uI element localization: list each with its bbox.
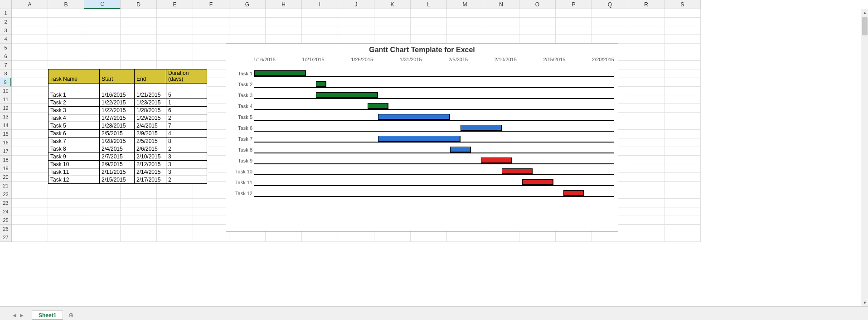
- vscroll-thumb[interactable]: [862, 17, 868, 35]
- col-header-R[interactable]: R: [628, 0, 664, 9]
- cell-dur[interactable]: 3: [166, 168, 207, 176]
- row-header-15[interactable]: 15: [0, 130, 11, 138]
- row-header-11[interactable]: 11: [0, 95, 11, 104]
- cell-end[interactable]: 1/23/2015: [135, 99, 166, 107]
- cell-task[interactable]: Task 11: [48, 168, 100, 176]
- cell-end[interactable]: 2/4/2015: [135, 122, 166, 130]
- sheet-tab-active[interactable]: Sheet1: [32, 310, 63, 320]
- cell-start[interactable]: 2/11/2015: [100, 168, 135, 176]
- row-header-16[interactable]: 16: [0, 138, 11, 147]
- gantt-chart[interactable]: Gantt Chart Template for Excel 1/16/2015…: [226, 44, 618, 231]
- row-header-8[interactable]: 8: [0, 69, 11, 78]
- cell-start[interactable]: 1/22/2015: [100, 107, 135, 114]
- col-header-A[interactable]: A: [12, 0, 48, 9]
- cell-task[interactable]: Task 4: [48, 114, 100, 122]
- cell-end[interactable]: 2/14/2015: [135, 168, 166, 176]
- cell-end[interactable]: 1/21/2015: [135, 91, 166, 99]
- row-header-7[interactable]: 7: [0, 61, 11, 69]
- cell-start[interactable]: 1/16/2015: [100, 91, 135, 99]
- cell-start[interactable]: 2/7/2015: [100, 153, 135, 161]
- vertical-scrollbar[interactable]: ▲ ▼: [861, 9, 868, 306]
- cell-start[interactable]: 1/22/2015: [100, 99, 135, 107]
- cell-end[interactable]: 2/12/2015: [135, 161, 166, 168]
- cell-dur[interactable]: 2: [166, 176, 207, 184]
- cell-end[interactable]: 2/6/2015: [135, 145, 166, 153]
- cell-dur[interactable]: 7: [166, 122, 207, 130]
- cell-task[interactable]: Task 12: [48, 176, 100, 184]
- cell-dur[interactable]: 3: [166, 153, 207, 161]
- row-header-14[interactable]: 14: [0, 121, 11, 130]
- row-header-10[interactable]: 10: [0, 87, 11, 95]
- row-header-27[interactable]: 27: [0, 233, 11, 242]
- row-header-13[interactable]: 13: [0, 113, 11, 121]
- row-header-2[interactable]: 2: [0, 18, 11, 26]
- cell-task[interactable]: Task 5: [48, 122, 100, 130]
- select-all-corner[interactable]: [0, 0, 12, 9]
- row-header-19[interactable]: 19: [0, 164, 11, 173]
- cell-end[interactable]: 2/9/2015: [135, 130, 166, 138]
- cell-start[interactable]: 2/9/2015: [100, 161, 135, 168]
- row-header-6[interactable]: 6: [0, 52, 11, 61]
- cell-dur[interactable]: 1: [166, 99, 207, 107]
- row-header-23[interactable]: 23: [0, 199, 11, 207]
- row-header-25[interactable]: 25: [0, 216, 11, 225]
- cell-task[interactable]: Task 1: [48, 91, 100, 99]
- tab-nav-prev-icon[interactable]: ◀: [11, 311, 18, 319]
- cell-start[interactable]: 1/27/2015: [100, 114, 135, 122]
- cell-start[interactable]: 1/28/2015: [100, 138, 135, 145]
- cell-end[interactable]: 2/5/2015: [135, 138, 166, 145]
- row-header-1[interactable]: 1: [0, 9, 11, 18]
- cell-dur[interactable]: 2: [166, 114, 207, 122]
- cell-task[interactable]: Task 2: [48, 99, 100, 107]
- col-header-L[interactable]: L: [411, 0, 447, 9]
- row-header-20[interactable]: 20: [0, 173, 11, 182]
- row-header-17[interactable]: 17: [0, 147, 11, 156]
- row-header-21[interactable]: 21: [0, 182, 11, 190]
- scroll-down-arrow-icon[interactable]: ▼: [861, 299, 868, 306]
- scroll-up-arrow-icon[interactable]: ▲: [861, 9, 868, 16]
- col-header-N[interactable]: N: [483, 0, 519, 9]
- new-sheet-button[interactable]: ⊕: [66, 310, 77, 320]
- cell-task[interactable]: Task 3: [48, 107, 100, 114]
- cell-start[interactable]: 2/15/2015: [100, 176, 135, 184]
- cell-start[interactable]: 1/28/2015: [100, 122, 135, 130]
- cell-task[interactable]: Task 6: [48, 130, 100, 138]
- row-header-9[interactable]: 9: [0, 78, 11, 87]
- cell-dur[interactable]: 8: [166, 138, 207, 145]
- cell-end[interactable]: 2/10/2015: [135, 153, 166, 161]
- cell-task[interactable]: Task 10: [48, 161, 100, 168]
- col-header-Q[interactable]: Q: [592, 0, 628, 9]
- tab-nav-next-icon[interactable]: ▶: [18, 311, 25, 319]
- col-header-C[interactable]: C: [84, 0, 121, 9]
- col-header-O[interactable]: O: [519, 0, 556, 9]
- cell-end[interactable]: 1/29/2015: [135, 114, 166, 122]
- col-header-D[interactable]: D: [121, 0, 157, 9]
- cell-start[interactable]: 2/4/2015: [100, 145, 135, 153]
- row-header-22[interactable]: 22: [0, 190, 11, 199]
- col-header-K[interactable]: K: [374, 0, 411, 9]
- cell-task[interactable]: Task 9: [48, 153, 100, 161]
- col-header-P[interactable]: P: [556, 0, 592, 9]
- row-header-12[interactable]: 12: [0, 104, 11, 113]
- cell-task[interactable]: Task 7: [48, 138, 100, 145]
- col-header-I[interactable]: I: [302, 0, 338, 9]
- cell-end[interactable]: 2/17/2015: [135, 176, 166, 184]
- col-header-J[interactable]: J: [338, 0, 374, 9]
- cell-dur[interactable]: 6: [166, 107, 207, 114]
- cell-dur[interactable]: 5: [166, 91, 207, 99]
- row-header-18[interactable]: 18: [0, 156, 11, 164]
- row-header-5[interactable]: 5: [0, 44, 11, 52]
- row-header-4[interactable]: 4: [0, 35, 11, 44]
- cell-dur[interactable]: 2: [166, 145, 207, 153]
- cell-end[interactable]: 1/28/2015: [135, 107, 166, 114]
- row-header-3[interactable]: 3: [0, 26, 11, 35]
- cell-dur[interactable]: 4: [166, 130, 207, 138]
- col-header-M[interactable]: M: [447, 0, 483, 9]
- col-header-B[interactable]: B: [48, 0, 84, 9]
- cell-dur[interactable]: 3: [166, 161, 207, 168]
- col-header-F[interactable]: F: [193, 0, 229, 9]
- col-header-G[interactable]: G: [229, 0, 266, 9]
- col-header-S[interactable]: S: [664, 0, 701, 9]
- row-header-24[interactable]: 24: [0, 207, 11, 216]
- col-header-H[interactable]: H: [266, 0, 302, 9]
